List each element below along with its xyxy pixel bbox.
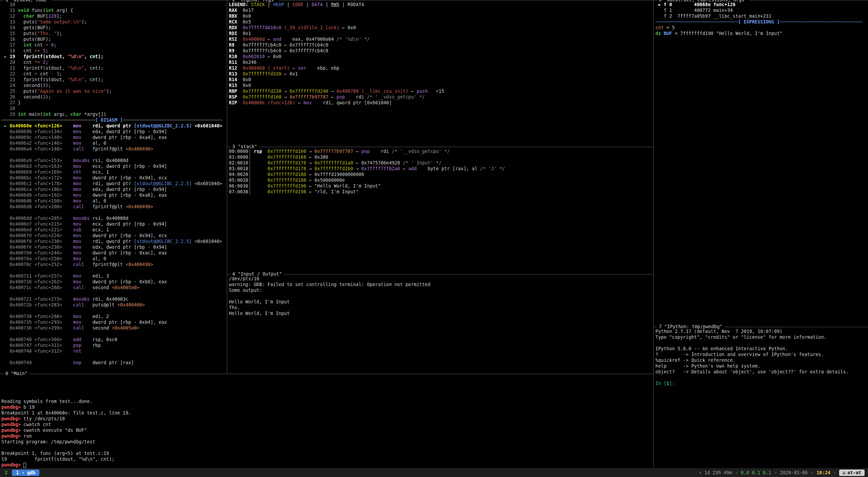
bracket-close-icon: › [833,470,836,476]
text-segment: mov [73,279,81,284]
pane-input-output[interactable]: /dev/pts/10warning: GDB: Failed to set c… [229,275,653,374]
pane-main-gdb-prompt[interactable]: Reading symbols from test...done.pwndbg>… [1,374,653,469]
terminal-line: 28 [1,106,225,111]
text-segment: 02:0010 [229,160,248,165]
pane-disasm-code[interactable]: 10 11 void func(int arg) { 12 char BUF[1… [1,1,225,374]
text-segment: movabs [73,296,90,302]
text-segment: 0x4006f0 <func+224> [1,233,62,238]
text-segment: int [43,111,51,117]
text-segment: 128 [48,13,56,19]
text-segment: 0x4006f6 <func+230> [1,238,62,244]
terminal-line: 0x400730 <func+288> mov edi, 2 [1,314,225,319]
text-segment: 1 [667,381,669,386]
text-segment: → [328,88,337,94]
text-segment: mov [73,273,81,279]
text-segment: 0x7fffffffd240 [290,88,328,94]
text-segment: <0x601040> [192,123,222,128]
pane-backtrace-expressions[interactable]: ► f 0 40068e func+126 f 1 400772 main+34… [655,1,867,327]
terminal-line: Starting program: /tmp/pwndbg/test [1,439,653,445]
text-segment: pop [337,94,345,100]
text-segment: dword ptr [rbp - 0xac], eax [82,250,167,255]
tmux-session-indicator[interactable]: 2 [3,470,9,476]
text-segment [62,325,73,331]
terminal-line: RAX 0x17 [229,7,653,13]
tmux-active-window-tab[interactable]: 1 › gdb [12,470,39,476]
text-segment: → [353,166,361,171]
text-segment: <0x601040> [192,181,222,186]
text-segment: 03:0018 [229,166,248,171]
pane-title-io: 4 "Input / Output" [230,271,284,277]
text-segment: 0x40068e <func+126> [10,123,62,128]
text-segment: BUF[ [35,13,49,19]
text-segment: 0x400780 (__libc_csu_init) [337,88,408,94]
text-segment [62,215,73,221]
text-segment: ds [655,31,661,36]
text-segment [62,227,73,232]
text-segment: mov [73,140,81,146]
text-segment: | [284,2,292,7]
text-segment: CODE [292,2,304,7]
text-segment: pwndbg> [1,422,23,427]
terminal-line [655,375,867,381]
text-segment [62,319,73,325]
terminal-line: cnt = 5 [655,25,867,31]
pane-legend-registers[interactable]: LEGEND: STACK | HEAP | CODE | DATA | RWX… [229,1,653,147]
text-segment: movabs [73,158,90,163]
text-segment: 0x7ffff7dd18c0 [243,25,282,30]
text-segment: 23 [1,77,18,82]
text-segment: RDI [229,31,237,36]
pane-stack[interactable]: 00:0000│ rsp 0x7fffffffd160 → 0x7ffff7b9… [229,147,653,275]
text-segment [262,148,268,154]
text-segment: Some output: [229,287,262,293]
text-segment: RBP [229,88,237,94]
text-segment: <0x400490> [126,146,153,152]
terminal-line: RDI 0x1 [229,31,653,36]
text-segment: ← 0x7475706e4920 [353,160,400,165]
terminal-line: Some output: [229,287,653,293]
terminal-line: 04:0020│ 0x7fffffffd180 ← 0xffffd1900000… [229,172,653,177]
text-segment: 5 [43,48,46,53]
text-segment: rsi, 0x40080d [90,215,128,221]
text-segment [62,204,73,209]
text-segment: ──────────────────────────────────── [123,117,222,123]
text-segment [237,54,242,59]
text-segment: 0x7ffff7ffb2a0 [361,166,400,171]
text-segment: char [23,13,35,19]
pane-ipython[interactable]: Python 2.7.17 (default, Nov 7 2019, 10:0… [655,328,867,469]
text-segment: → [281,94,289,100]
text-segment [62,302,73,307]
text-segment: ► [1,123,10,128]
text-segment: <0x4005a0> [112,285,139,290]
text-segment: xor [298,65,306,71]
text-segment: 0x4006d0 <func+192> [1,192,62,198]
text-segment: al, 0 [82,256,106,261]
terminal-line [1,381,653,387]
border-mid-right[interactable] [653,0,654,468]
terminal-line: 0x40072b <func+283> call puts@plt <0x400… [1,302,225,308]
text-segment: 0x4006a2 <func+146> [1,140,62,146]
text-segment: ecx, 1 [82,169,109,175]
text-segment: R15 [229,83,237,88]
text-segment: 0x7fffffffd220 [243,88,282,94]
terminal-line: 17 int cnt = 0; [1,42,225,48]
text-segment: [stdout@@GLIBC_2.2.5] [134,238,192,244]
text-segment: , cnt); [84,54,104,59]
text-segment: 0x0 [237,83,251,88]
text-segment [62,158,73,163]
terminal-line: 0x4006ca <func+186> mov edx, dword ptr [… [1,187,225,192]
text-segment: *= [35,59,40,65]
text-segment: 0x7fffffffd180 [268,172,306,177]
text-segment: pwndbg> [1,416,23,421]
text-segment [237,88,242,94]
terminal-line: R9 0x7ffff7fcb4c0 ← 0x7ffff7fcb4c0 [229,48,653,54]
terminal-line: R12 0x4004b0 (_start) ← xor ebp, ebp [229,65,653,71]
terminal-line: 0x400696 <func+134> mov edx, dword ptr [… [1,129,225,135]
text-segment [62,273,73,279]
border-disasm-regs[interactable] [227,0,227,374]
text-segment: fprintf@plt [84,262,126,267]
text-segment: 0x400749 [1,360,32,365]
text-segment: "%d\n" [68,65,84,71]
text-segment: mov [73,181,81,186]
terminal-line: 20 cnt *= 2; [1,59,225,65]
text-segment: pop [73,342,81,348]
